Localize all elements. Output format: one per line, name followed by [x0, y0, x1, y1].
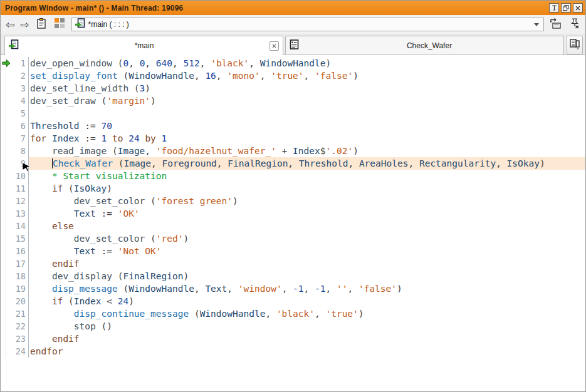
code-line[interactable]: 14 else [1, 220, 585, 232]
dock-grid-icon [55, 18, 65, 31]
code-line[interactable]: 19 disp_message (WindowHandle, Text, 'wi… [1, 282, 585, 295]
close-icon [272, 44, 276, 48]
tab-list-icon [569, 39, 580, 52]
line-number[interactable]: 22 [1, 320, 29, 333]
code-line[interactable]: 11 if (IsOkay) [1, 182, 585, 195]
code-text[interactable]: disp_message (WindowHandle, Text, 'windo… [29, 282, 585, 295]
code-line[interactable]: 13 Text := 'OK' [1, 207, 585, 220]
code-text[interactable] [29, 107, 585, 120]
code-line[interactable]: 24endfor [1, 345, 585, 358]
code-line[interactable]: 21 disp_continue_message (WindowHandle, … [1, 307, 585, 320]
line-number[interactable]: 23 [1, 333, 29, 345]
code-text[interactable]: dev_set_line_width (3) [29, 82, 585, 95]
clipboard-button[interactable] [35, 18, 48, 31]
line-number[interactable]: 13 [1, 207, 29, 220]
unpin-icon [569, 18, 579, 31]
code-line[interactable]: 22 stop () [1, 320, 585, 333]
code-text[interactable]: dev_open_window (0, 0, 640, 512, 'black'… [29, 57, 585, 70]
code-text[interactable]: Check_Wafer (Image, Foreground, FinalReg… [29, 157, 585, 170]
code-line[interactable]: 8 read_image (Image, 'food/hazelnut_wafe… [1, 145, 585, 157]
navigate-forward-button[interactable]: ⇨ [20, 19, 29, 30]
line-number[interactable]: 11 [1, 182, 29, 195]
code-text[interactable]: endfor [29, 345, 585, 358]
code-line[interactable]: 2set_display_font (WindowHandle, 16, 'mo… [1, 70, 585, 82]
line-number[interactable]: 2 [1, 70, 29, 82]
code-text[interactable]: if (IsOkay) [29, 182, 585, 195]
tab-list-button[interactable] [567, 36, 583, 54]
line-number[interactable]: 17 [1, 257, 29, 270]
code-line[interactable]: 23 endif [1, 333, 585, 345]
restore-window-button[interactable] [561, 3, 571, 13]
line-number[interactable]: 15 [1, 232, 29, 245]
code-line[interactable]: 5 [1, 107, 585, 120]
tab-bar: *main Check_Wafer [1, 34, 585, 55]
code-text[interactable]: Text := 'OK' [29, 207, 585, 220]
code-text[interactable]: * Start visualization [29, 170, 585, 182]
line-number[interactable]: 6 [1, 120, 29, 132]
chevron-down-icon[interactable] [534, 23, 539, 26]
code-line[interactable]: 4dev_set_draw ('margin') [1, 95, 585, 107]
program-window: Program Window - main* () - Main Thread:… [0, 0, 586, 392]
line-number[interactable]: 1 [1, 57, 29, 70]
line-number[interactable]: 8 [1, 145, 29, 157]
code-line[interactable]: 16 Text := 'Not OK' [1, 245, 585, 257]
code-text[interactable]: Threshold := 70 [29, 120, 585, 132]
line-number[interactable]: 3 [1, 82, 29, 95]
line-number[interactable]: 4 [1, 95, 29, 107]
line-number[interactable]: 19 [1, 282, 29, 295]
code-line[interactable]: 15 dev_set_color ('red') [1, 232, 585, 245]
code-line[interactable]: 9 Check_Wafer (Image, Foreground, FinalR… [1, 157, 585, 170]
line-number[interactable]: 18 [1, 270, 29, 282]
code-line[interactable]: 1dev_open_window (0, 0, 640, 512, 'black… [1, 57, 585, 70]
code-line[interactable]: 18 dev_display (FinalRegion) [1, 270, 585, 282]
line-number[interactable]: 7 [1, 132, 29, 145]
tab-check-wafer-label: Check_Wafer [299, 41, 560, 50]
line-number[interactable]: 16 [1, 245, 29, 257]
code-text[interactable]: dev_set_draw ('margin') [29, 95, 585, 107]
procedure-selector[interactable]: *main ( : : : ) [71, 18, 545, 31]
tab-main[interactable]: *main [4, 36, 283, 55]
tab-close-button[interactable] [269, 41, 279, 51]
code-editor[interactable]: 1dev_open_window (0, 0, 640, 512, 'black… [1, 55, 585, 391]
procedure-selector-value: *main ( : : : ) [88, 20, 531, 29]
code-text[interactable]: disp_continue_message (WindowHandle, 'bl… [29, 307, 585, 320]
line-number[interactable]: 14 [1, 220, 29, 232]
jump-to-procedure-button[interactable] [550, 18, 562, 31]
code-line[interactable]: 17 endif [1, 257, 585, 270]
code-text[interactable]: set_display_font (WindowHandle, 16, 'mon… [29, 70, 585, 82]
code-text[interactable]: if (Index < 24) [29, 295, 585, 307]
restore-icon [563, 5, 569, 11]
code-line[interactable]: 7for Index := 1 to 24 by 1 [1, 132, 585, 145]
line-number[interactable]: 5 [1, 107, 29, 120]
code-text[interactable]: read_image (Image, 'food/hazelnut_wafer_… [29, 145, 585, 157]
code-text[interactable]: dev_set_color ('red') [29, 232, 585, 245]
mouse-cursor [23, 162, 31, 173]
navigate-back-button[interactable]: ⇦ [6, 19, 14, 30]
title-bar[interactable]: Program Window - main* () - Main Thread:… [1, 1, 585, 15]
code-text[interactable]: for Index := 1 to 24 by 1 [29, 132, 585, 145]
tab-check-wafer[interactable]: Check_Wafer [285, 36, 564, 54]
line-number[interactable]: 21 [1, 307, 29, 320]
line-number[interactable]: 24 [1, 345, 29, 358]
code-line[interactable]: 12 dev_set_color ('forest green') [1, 195, 585, 207]
code-text[interactable]: Text := 'Not OK' [29, 245, 585, 257]
line-number[interactable]: 20 [1, 295, 29, 307]
code-text[interactable]: endif [29, 257, 585, 270]
line-number[interactable]: 12 [1, 195, 29, 207]
code-text[interactable]: dev_display (FinalRegion) [29, 270, 585, 282]
code-line[interactable]: 3dev_set_line_width (3) [1, 82, 585, 95]
pin-icon [552, 5, 557, 11]
code-text[interactable]: dev_set_color ('forest green') [29, 195, 585, 207]
code-text[interactable]: else [29, 220, 585, 232]
code-line[interactable]: 6Threshold := 70 [1, 120, 585, 132]
procedure-icon [290, 39, 299, 52]
code-text[interactable]: endif [29, 333, 585, 345]
code-text[interactable]: stop () [29, 320, 585, 333]
dock-grid-button[interactable] [53, 18, 66, 31]
code-line[interactable]: 20 if (Index < 24) [1, 295, 585, 307]
close-window-button[interactable] [573, 3, 583, 13]
window-title: Program Window - main* () - Main Thread:… [5, 4, 547, 13]
unpin-button[interactable] [568, 18, 580, 31]
code-line[interactable]: 10 * Start visualization [1, 170, 585, 182]
pin-window-button[interactable] [549, 3, 559, 13]
